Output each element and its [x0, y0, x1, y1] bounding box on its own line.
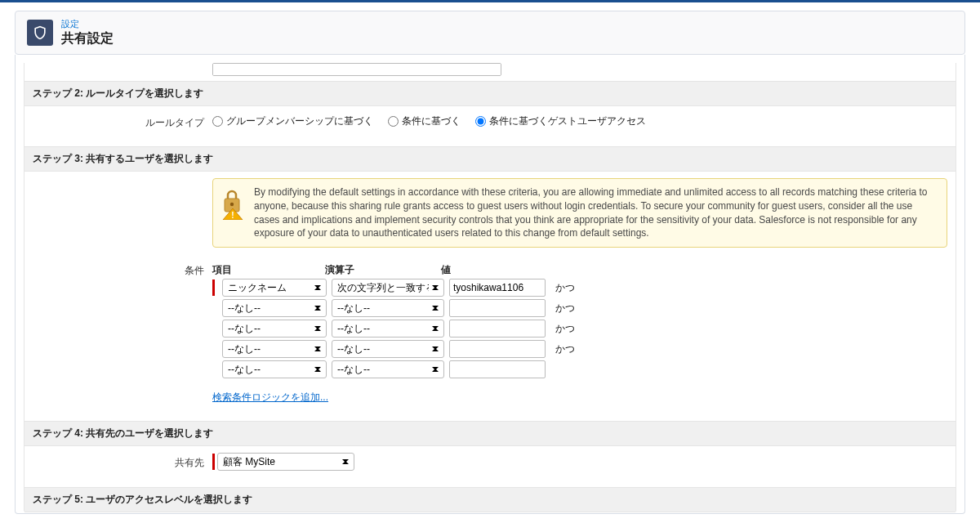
shield-icon	[27, 20, 53, 46]
criteria-label: 条件	[33, 261, 212, 278]
step5-header: ステップ 5: ユーザのアクセスレベルを選択します	[24, 487, 956, 512]
radio-criteria[interactable]	[388, 116, 399, 127]
form-panel: ステップ 2: ルールタイプを選択します ルールタイプ グループメンバーシップに…	[24, 63, 956, 512]
criteria-field-select-0[interactable]: ニックネーム	[222, 279, 327, 297]
criteria-operator-select-3[interactable]: --なし--	[332, 340, 444, 358]
rule-type-criteria[interactable]: 条件に基づく	[388, 114, 461, 128]
criteria-row: --なし-- --なし--	[212, 360, 947, 378]
rule-type-label: ルールタイプ	[33, 113, 212, 130]
page-title: 共有設定	[61, 30, 114, 47]
step4-body: 共有先 顧客 MySite	[24, 446, 956, 487]
criteria-value-input-1[interactable]	[449, 299, 546, 317]
and-label: かつ	[550, 281, 575, 295]
step1-tail	[24, 63, 956, 81]
col-operator-header: 演算子	[325, 263, 441, 277]
radio-guest[interactable]	[475, 116, 486, 127]
criteria-column-headers: 項目 演算子 値	[212, 261, 947, 279]
svg-point-1	[230, 203, 234, 206]
criteria-operator-select-4[interactable]: --なし--	[332, 360, 444, 378]
criteria-operator-select-1[interactable]: --なし--	[332, 299, 444, 317]
rule-type-guest[interactable]: 条件に基づくゲストユーザアクセス	[475, 114, 646, 128]
required-indicator	[212, 454, 215, 470]
criteria-row: --なし-- --なし-- かつ	[212, 320, 947, 338]
step2-header: ステップ 2: ルールタイプを選択します	[24, 81, 956, 106]
warning-text: By modifying the default settings in acc…	[254, 186, 927, 239]
criteria-value-input-0[interactable]	[449, 279, 546, 297]
and-label: かつ	[550, 322, 575, 336]
share-with-label: 共有先	[33, 453, 212, 470]
criteria-field-select-1[interactable]: --なし--	[222, 299, 327, 317]
svg-text:!: !	[231, 211, 234, 220]
share-with-select[interactable]: 顧客 MySite	[217, 453, 354, 471]
criteria-value-input-3[interactable]	[449, 340, 546, 358]
description-textarea[interactable]	[212, 63, 501, 76]
criteria-row: --なし-- --なし-- かつ	[212, 299, 947, 317]
criteria-operator-select-0[interactable]: 次の文字列と一致する	[332, 279, 444, 297]
criteria-value-input-2[interactable]	[449, 320, 546, 338]
col-value-header: 値	[441, 263, 546, 277]
criteria-field-select-3[interactable]: --なし--	[222, 340, 327, 358]
criteria-value-input-4[interactable]	[449, 360, 546, 378]
and-label: かつ	[550, 342, 575, 356]
page-root: 設定 共有設定 ステップ 2: ルールタイプを選択します ルールタイプ	[0, 0, 980, 532]
add-filter-logic-link[interactable]: 検索条件ロジックを追加...	[212, 391, 328, 405]
required-indicator	[212, 279, 215, 296]
criteria-row: --なし-- --なし-- かつ	[212, 340, 947, 358]
lock-warning-icon: !	[220, 187, 246, 220]
criteria-field-select-2[interactable]: --なし--	[222, 320, 327, 338]
criteria-operator-select-2[interactable]: --なし--	[332, 320, 444, 338]
rule-type-membership[interactable]: グループメンバーシップに基づく	[212, 114, 373, 128]
radio-membership[interactable]	[212, 116, 223, 127]
step3-body: ! By modifying the default settings in a…	[24, 172, 956, 421]
breadcrumb[interactable]: 設定	[61, 18, 114, 30]
criteria-row: ニックネーム 次の文字列と一致する かつ	[212, 279, 947, 297]
content-panel: ステップ 2: ルールタイプを選択します ルールタイプ グループメンバーシップに…	[15, 55, 965, 514]
step5-body: ユーザのアクセス権 ✓ 参照のみ	[24, 512, 956, 514]
step2-body: ルールタイプ グループメンバーシップに基づく 条件に基づく	[24, 106, 956, 146]
col-field-header: 項目	[212, 263, 325, 277]
criteria-field-select-4[interactable]: --なし--	[222, 360, 327, 378]
step4-header: ステップ 4: 共有先のユーザを選択します	[24, 421, 956, 446]
and-label: かつ	[550, 302, 575, 315]
step3-header: ステップ 3: 共有するユーザを選択します	[24, 146, 956, 172]
warning-box: ! By modifying the default settings in a…	[212, 178, 947, 248]
page-header: 設定 共有設定	[15, 11, 965, 55]
rule-type-radio-group: グループメンバーシップに基づく 条件に基づく 条件に基づくゲストユーザアクセス	[212, 113, 947, 128]
